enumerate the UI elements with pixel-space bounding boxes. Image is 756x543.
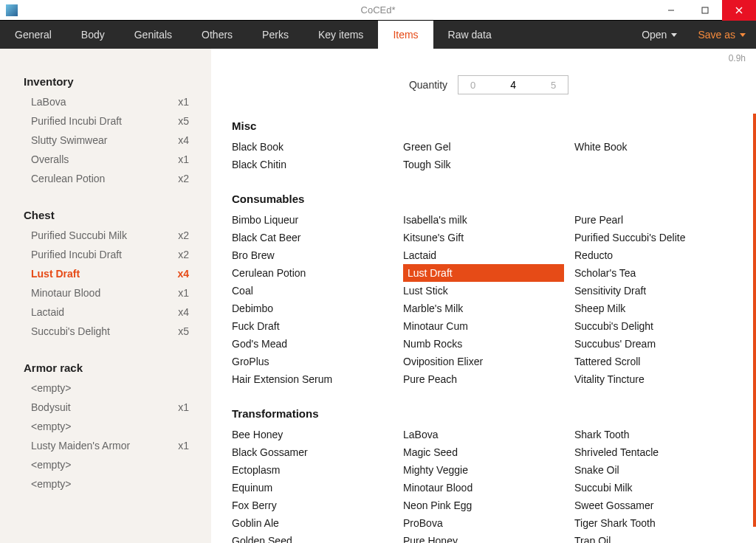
catalog-item[interactable]: Lactaid xyxy=(403,246,574,264)
catalog-item[interactable]: Pure Pearl xyxy=(574,211,746,229)
tab-general[interactable]: General xyxy=(0,21,66,49)
catalog-item[interactable]: Debimbo xyxy=(232,300,403,317)
inventory-row[interactable]: Purified Incubi Draftx5 xyxy=(0,111,211,131)
catalog-item[interactable]: Black Cat Beer xyxy=(232,229,403,246)
inventory-item-qty: x1 xyxy=(178,153,189,165)
catalog-item[interactable]: Hair Extension Serum xyxy=(232,370,403,388)
group-heading-transformations: Transformations xyxy=(232,407,746,420)
catalog-item[interactable]: Equinum xyxy=(232,479,403,497)
catalog-item[interactable]: Black Book xyxy=(232,138,403,156)
inventory-row[interactable]: Minotaur Bloodx1 xyxy=(0,283,211,302)
catalog-item[interactable]: Green Gel xyxy=(403,138,574,156)
catalog-item[interactable]: Shark Tooth xyxy=(574,426,746,443)
catalog-item[interactable]: Ectoplasm xyxy=(232,461,403,479)
open-menu[interactable]: Open xyxy=(631,21,687,49)
tab-key-items[interactable]: Key items xyxy=(303,21,378,49)
catalog-item[interactable]: Trap Oil xyxy=(574,532,746,543)
catalog-item[interactable]: Bee Honey xyxy=(232,426,403,443)
inventory-item-name: Bodysuit xyxy=(31,401,71,413)
tab-genitals[interactable]: Genitals xyxy=(120,21,187,49)
catalog-item[interactable]: Bimbo Liqueur xyxy=(232,211,403,229)
close-button[interactable] xyxy=(722,0,756,21)
catalog-item[interactable]: Succubi's Delight xyxy=(574,317,746,335)
catalog-item[interactable]: Reducto xyxy=(574,246,746,264)
inventory-row[interactable]: <empty> xyxy=(0,417,211,436)
catalog-item[interactable]: Fox Berry xyxy=(232,497,403,514)
inventory-item-qty: x1 xyxy=(178,440,189,452)
catalog-item[interactable]: Succubi Milk xyxy=(574,479,746,497)
maximize-button[interactable] xyxy=(688,0,722,21)
catalog-item[interactable]: Purified Succubi's Delite xyxy=(574,229,746,246)
catalog-item[interactable]: Pure Honey xyxy=(403,532,574,543)
catalog-item[interactable]: LaBova xyxy=(403,426,574,443)
inventory-item-qty: x4 xyxy=(177,268,189,280)
inventory-row[interactable]: Overallsx1 xyxy=(0,150,211,169)
tab-items[interactable]: Items xyxy=(378,21,433,49)
catalog-item[interactable]: Goblin Ale xyxy=(232,514,403,532)
catalog-item[interactable]: ProBova xyxy=(403,514,574,532)
catalog-item[interactable]: Golden Seed xyxy=(232,532,403,543)
inventory-item-name: Lactaid xyxy=(31,306,64,318)
tab-perks[interactable]: Perks xyxy=(247,21,303,49)
saveas-menu[interactable]: Save as xyxy=(687,21,756,49)
quantity-label: Quantity xyxy=(409,79,447,91)
catalog-item[interactable]: Cerulean Potion xyxy=(232,264,403,282)
catalog-item[interactable]: White Book xyxy=(574,138,746,156)
catalog-item[interactable]: Sweet Gossamer xyxy=(574,497,746,514)
catalog-item[interactable]: Neon Pink Egg xyxy=(403,497,574,514)
catalog-item[interactable]: Minotaur Blood xyxy=(403,479,574,497)
inventory-row[interactable]: <empty> xyxy=(0,455,211,474)
catalog-item[interactable]: Tough Silk xyxy=(403,156,574,173)
catalog-item[interactable]: God's Mead xyxy=(232,335,403,353)
inventory-row[interactable]: Bodysuitx1 xyxy=(0,398,211,417)
catalog-item[interactable]: Minotaur Cum xyxy=(403,317,574,335)
inventory-row[interactable]: Purified Incubi Draftx2 xyxy=(0,245,211,264)
inventory-row[interactable]: Lust Draftx4 xyxy=(0,264,211,283)
catalog-item[interactable]: Snake Oil xyxy=(574,461,746,479)
catalog-item[interactable]: Fuck Draft xyxy=(232,317,403,335)
inventory-row[interactable]: Purified Succubi Milkx2 xyxy=(0,226,211,245)
inventory-row[interactable]: Succubi's Delightx5 xyxy=(0,322,211,341)
inventory-item-qty: x2 xyxy=(178,229,189,241)
catalog-item[interactable]: Numb Rocks xyxy=(403,335,574,353)
inventory-row[interactable]: LaBovax1 xyxy=(0,92,211,111)
item-catalog: Quantity 0 5 MiscBlack BookBlack ChitinG… xyxy=(211,49,756,543)
catalog-item[interactable]: Pure Peach xyxy=(403,370,574,388)
catalog-item[interactable]: Mighty Veggie xyxy=(403,461,574,479)
catalog-item[interactable]: Bro Brew xyxy=(232,246,403,264)
catalog-item[interactable]: Isabella's milk xyxy=(403,211,574,229)
inventory-row[interactable]: <empty> xyxy=(0,474,211,494)
catalog-item[interactable]: Scholar's Tea xyxy=(574,264,746,282)
catalog-item[interactable]: Lust Draft xyxy=(403,264,564,282)
inventory-row[interactable]: Cerulean Potionx2 xyxy=(0,169,211,188)
catalog-item[interactable]: Black Chitin xyxy=(232,156,403,173)
inventory-row[interactable]: Lusty Maiden's Armorx1 xyxy=(0,436,211,455)
quantity-stepper[interactable]: 0 5 xyxy=(458,75,568,94)
catalog-item[interactable]: Marble's Milk xyxy=(403,300,574,317)
inventory-item-name: <empty> xyxy=(31,421,71,432)
catalog-item[interactable]: GroPlus xyxy=(232,353,403,370)
tab-body[interactable]: Body xyxy=(66,21,120,49)
catalog-item[interactable]: Sheep Milk xyxy=(574,300,746,317)
tab-others[interactable]: Others xyxy=(187,21,247,49)
inventory-row[interactable]: Slutty Swimwearx4 xyxy=(0,131,211,150)
inventory-row[interactable]: <empty> xyxy=(0,378,211,398)
catalog-item[interactable]: Tiger Shark Tooth xyxy=(574,514,746,532)
minimize-button[interactable] xyxy=(654,0,688,21)
catalog-item[interactable]: Lust Stick xyxy=(403,282,574,300)
catalog-item[interactable]: Coal xyxy=(232,282,403,300)
tab-raw-data[interactable]: Raw data xyxy=(433,21,506,49)
catalog-item[interactable]: Shriveled Tentacle xyxy=(574,443,746,461)
catalog-item[interactable]: Black Gossamer xyxy=(232,443,403,461)
catalog-item[interactable]: Sensitivity Draft xyxy=(574,282,746,300)
catalog-item[interactable]: Vitality Tincture xyxy=(574,370,746,388)
catalog-item[interactable]: Succubus' Dream xyxy=(574,335,746,353)
catalog-item[interactable]: Tattered Scroll xyxy=(574,353,746,370)
catalog-item[interactable]: Magic Seed xyxy=(403,443,574,461)
catalog-item[interactable]: Kitsune's Gift xyxy=(403,229,574,246)
quantity-min-hint: 0 xyxy=(458,76,487,94)
inventory-row[interactable]: Lactaidx4 xyxy=(0,302,211,322)
quantity-input[interactable] xyxy=(487,76,539,94)
catalog-item[interactable]: Oviposition Elixer xyxy=(403,353,574,370)
group-heading-consumables: Consumables xyxy=(232,193,746,205)
